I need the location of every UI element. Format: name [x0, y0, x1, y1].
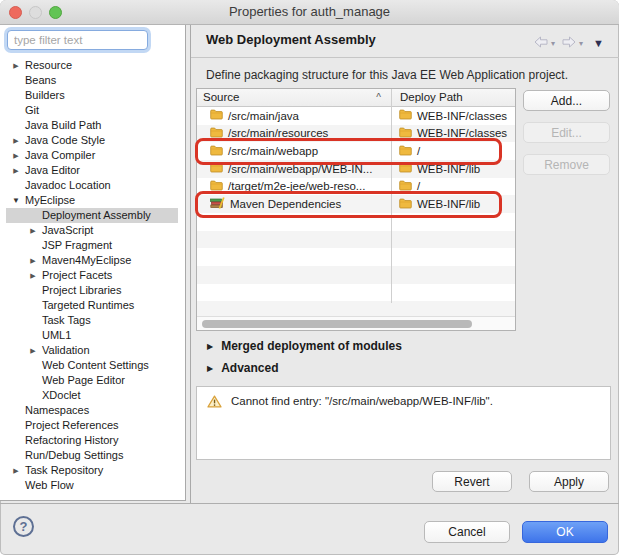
table-row-empty[interactable] — [197, 231, 515, 249]
deploy-path-cell-text: WEB-INF/classes — [417, 127, 507, 139]
sidebar-item-project-libraries[interactable]: Project Libraries — [0, 283, 185, 298]
chevron-collapsed-icon[interactable]: ▶ — [11, 463, 21, 478]
sidebar-item-label: Refactoring History — [25, 434, 119, 446]
cancel-button[interactable]: Cancel — [424, 521, 510, 543]
sidebar-item-run-debug-settings[interactable]: Run/Debug Settings — [0, 448, 185, 463]
sidebar-item-namespaces[interactable]: Namespaces — [0, 403, 185, 418]
sidebar-item-uml1[interactable]: UML1 — [0, 328, 185, 343]
source-cell: /src/main/resources — [197, 127, 391, 140]
chevron-expanded-icon[interactable]: ▼ — [11, 193, 21, 208]
chevron-collapsed-icon[interactable]: ▶ — [11, 148, 21, 163]
forward-arrow-icon[interactable] — [561, 34, 577, 52]
table-row[interactable]: Maven DependenciesWEB-INF/lib — [197, 195, 515, 213]
sidebar-item-refactoring-history[interactable]: Refactoring History — [0, 433, 185, 448]
sidebar-item-java-editor[interactable]: ▶Java Editor — [0, 163, 185, 178]
sidebar-item-label: Targeted Runtimes — [42, 299, 134, 311]
deploy-path-cell-text: / — [417, 145, 420, 157]
sidebar-item-deployment-assembly[interactable]: Deployment Assembly — [0, 208, 185, 223]
sidebar-item-project-references[interactable]: Project References — [0, 418, 185, 433]
sidebar-item-label: JSP Fragment — [42, 239, 112, 251]
folder-icon — [399, 127, 412, 140]
column-header-source[interactable]: Source ^ — [197, 89, 391, 106]
sidebar-item-git[interactable]: Git — [0, 103, 185, 118]
view-menu-icon[interactable]: ▼ — [593, 37, 604, 49]
sidebar-item-maven4myeclipse[interactable]: ▶Maven4MyEclipse — [0, 253, 185, 268]
folder-icon — [210, 180, 223, 193]
deploy-path-cell: WEB-INF/classes — [391, 127, 515, 140]
deploy-path-cell: / — [391, 180, 515, 193]
forward-dropdown-icon[interactable]: ▾ — [579, 39, 583, 48]
sidebar-item-label: Project References — [25, 419, 119, 431]
table-row[interactable]: /src/main/javaWEB-INF/classes — [197, 107, 515, 125]
horizontal-scrollbar-thumb[interactable] — [202, 320, 472, 328]
window-title: Properties for auth_manage — [0, 4, 619, 19]
table-row[interactable]: /src/main/webapp/WEB-IN...WEB-INF/lib — [197, 160, 515, 178]
sidebar-item-targeted-runtimes[interactable]: Targeted Runtimes — [0, 298, 185, 313]
back-dropdown-icon[interactable]: ▾ — [551, 39, 555, 48]
chevron-collapsed-icon[interactable]: ▶ — [28, 223, 38, 238]
horizontal-scrollbar[interactable] — [197, 316, 515, 330]
table-row-empty[interactable] — [197, 213, 515, 231]
chevron-collapsed-icon[interactable]: ▶ — [28, 268, 38, 283]
table-row-empty[interactable] — [197, 284, 515, 302]
sidebar-item-label: Java Build Path — [25, 119, 101, 131]
sidebar-item-label: Task Tags — [42, 314, 91, 326]
sidebar-item-validation[interactable]: ▶Validation — [0, 343, 185, 358]
chevron-collapsed-icon[interactable]: ▶ — [207, 364, 213, 373]
sidebar-item-java-compiler[interactable]: ▶Java Compiler — [0, 148, 185, 163]
section-advanced[interactable]: ▶ Advanced — [207, 361, 279, 375]
sidebar-item-label: XDoclet — [42, 389, 81, 401]
deploy-path-cell-text: / — [417, 180, 420, 192]
apply-button[interactable]: Apply — [529, 471, 609, 492]
ok-button[interactable]: OK — [522, 521, 608, 543]
sidebar-item-java-build-path[interactable]: Java Build Path — [0, 118, 185, 133]
sidebar-item-label: Javadoc Location — [25, 179, 111, 191]
table-row[interactable]: /target/m2e-jee/web-reso.../ — [197, 178, 515, 196]
sidebar-item-label: MyEclipse — [25, 194, 75, 206]
title-bar[interactable]: Properties for auth_manage — [0, 0, 619, 25]
sidebar-item-label: Deployment Assembly — [42, 209, 151, 221]
sidebar-item-label: Namespaces — [25, 404, 89, 416]
filter-input[interactable] — [7, 30, 148, 50]
section-merged-deployment[interactable]: ▶ Merged deployment of modules — [207, 339, 402, 353]
sidebar-item-task-repository[interactable]: ▶Task Repository — [0, 463, 185, 478]
column-divider[interactable] — [391, 89, 392, 303]
folder-icon — [399, 109, 412, 122]
sidebar-item-beans[interactable]: Beans — [0, 73, 185, 88]
sidebar-item-task-tags[interactable]: Task Tags — [0, 313, 185, 328]
sidebar-item-web-content-settings[interactable]: Web Content Settings — [0, 358, 185, 373]
table-row-empty[interactable] — [197, 248, 515, 266]
table-row[interactable]: /src/main/resourcesWEB-INF/classes — [197, 125, 515, 143]
sidebar-item-xdoclet[interactable]: XDoclet — [0, 388, 185, 403]
revert-button[interactable]: Revert — [432, 471, 512, 492]
remove-button[interactable]: Remove — [523, 154, 610, 175]
sidebar-item-web-flow[interactable]: Web Flow — [0, 478, 185, 493]
sidebar-item-javadoc-location[interactable]: Javadoc Location — [0, 178, 185, 193]
source-cell-text: /src/main/webapp — [228, 145, 318, 157]
chevron-collapsed-icon[interactable]: ▶ — [28, 253, 38, 268]
table-row-empty[interactable] — [197, 266, 515, 284]
sidebar-item-resource[interactable]: ▶Resource — [0, 58, 185, 73]
sidebar-item-builders[interactable]: Builders — [0, 88, 185, 103]
chevron-collapsed-icon[interactable]: ▶ — [28, 343, 38, 358]
chevron-collapsed-icon[interactable]: ▶ — [11, 163, 21, 178]
sidebar-item-javascript[interactable]: ▶JavaScript — [0, 223, 185, 238]
chevron-collapsed-icon[interactable]: ▶ — [207, 342, 213, 351]
chevron-collapsed-icon[interactable]: ▶ — [11, 58, 21, 73]
sidebar-item-myeclipse[interactable]: ▼MyEclipse — [0, 193, 185, 208]
edit-button[interactable]: Edit... — [523, 122, 610, 143]
sidebar-item-java-code-style[interactable]: ▶Java Code Style — [0, 133, 185, 148]
table-row[interactable]: /src/main/webapp/ — [197, 142, 515, 160]
folder-icon — [399, 162, 412, 175]
help-button[interactable]: ? — [13, 516, 34, 537]
sidebar-item-jsp-fragment[interactable]: JSP Fragment — [0, 238, 185, 253]
add-button[interactable]: Add... — [523, 90, 610, 111]
sidebar-item-project-facets[interactable]: ▶Project Facets — [0, 268, 185, 283]
header-divider — [191, 57, 619, 58]
column-header-deploy-path[interactable]: Deploy Path — [391, 89, 515, 106]
back-arrow-icon[interactable] — [533, 34, 549, 52]
sidebar-item-web-page-editor[interactable]: Web Page Editor — [0, 373, 185, 388]
sidebar-item-label: Java Code Style — [25, 134, 105, 146]
folder-icon — [210, 145, 223, 158]
chevron-collapsed-icon[interactable]: ▶ — [11, 133, 21, 148]
